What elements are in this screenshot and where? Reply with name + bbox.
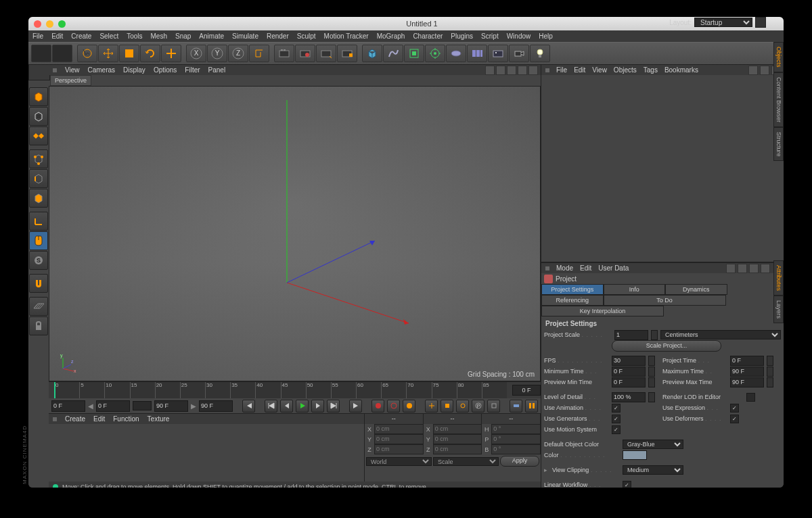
spinner-icon[interactable]	[648, 356, 655, 366]
tab-project-settings[interactable]: Project Settings	[541, 284, 604, 295]
mat-menu-texture[interactable]: Texture	[148, 415, 170, 423]
workplane-tool[interactable]	[29, 297, 48, 316]
attr-new-icon[interactable]	[761, 264, 770, 273]
project-scale-field[interactable]	[614, 330, 648, 340]
render-region-button[interactable]	[295, 45, 315, 62]
spinner-icon[interactable]	[648, 367, 655, 377]
light-object[interactable]	[530, 45, 550, 62]
menu-create[interactable]: Create	[71, 32, 91, 40]
viewport-nav-3-icon[interactable]	[507, 66, 516, 75]
attr-menu-mode[interactable]: Mode	[556, 264, 573, 272]
magnet-tool[interactable]	[29, 274, 48, 293]
render-view-button[interactable]	[274, 45, 294, 62]
timeline-playhead[interactable]	[54, 382, 55, 398]
object-tree[interactable]	[541, 75, 784, 262]
environment[interactable]	[488, 45, 508, 62]
z-axis-lock[interactable]: Z	[228, 45, 248, 62]
view-menu-view[interactable]: View	[65, 66, 80, 74]
param-key-button[interactable]: P	[472, 400, 484, 413]
coord-world-select[interactable]: World	[366, 457, 432, 466]
project-scale-unit[interactable]: Centimeters	[660, 330, 781, 339]
render-lod-check[interactable]	[746, 393, 755, 402]
mat-menu-create[interactable]: Create	[65, 415, 85, 423]
range-end-field[interactable]	[154, 400, 188, 412]
texture-tool[interactable]	[29, 126, 48, 145]
tab-dynamics[interactable]: Dynamics	[665, 284, 727, 295]
menu-motion-tracker[interactable]: Motion Tracker	[324, 32, 369, 40]
camera-object[interactable]	[509, 45, 529, 62]
range-start2-field[interactable]	[96, 400, 130, 412]
axis-tool[interactable]	[29, 212, 48, 231]
coord-rot-field[interactable]: 0 °	[491, 434, 541, 444]
model-tool[interactable]	[29, 107, 48, 126]
tab-info[interactable]: Info	[604, 284, 666, 295]
grip-icon[interactable]	[545, 68, 549, 72]
next-frame-button[interactable]	[311, 400, 324, 413]
deformer[interactable]	[467, 45, 487, 62]
pla-key-button[interactable]	[487, 400, 500, 413]
scale-project-button[interactable]: Scale Project...	[612, 340, 721, 352]
coord-pos-field[interactable]: 0 cm	[374, 434, 424, 444]
spinner-icon[interactable]	[648, 392, 655, 402]
attr-nav-icon[interactable]	[726, 264, 736, 273]
view-menu-panel[interactable]: Panel	[208, 66, 226, 74]
timeline-ruler[interactable]: 051015202530354045505560657075808590 0 F	[49, 381, 541, 398]
menu-tools[interactable]: Tools	[127, 32, 142, 40]
lod-field[interactable]	[612, 392, 646, 402]
menu-animate[interactable]: Animate	[199, 32, 224, 40]
menu-snap[interactable]: Snap	[175, 32, 191, 40]
prev-min-field[interactable]	[612, 377, 646, 387]
grip-icon[interactable]	[53, 417, 57, 421]
mat-menu-edit[interactable]: Edit	[93, 415, 105, 423]
spinner-icon[interactable]	[648, 377, 655, 387]
cube-primitive[interactable]	[362, 45, 382, 62]
side-tab-structure[interactable]: Structure	[773, 127, 784, 162]
extrude-generator[interactable]	[425, 45, 445, 62]
view-clip-select[interactable]: Medium	[623, 465, 683, 475]
record-button[interactable]	[371, 400, 384, 413]
obj-menu-file[interactable]: File	[556, 66, 567, 74]
disclosure-icon[interactable]: ▸	[544, 467, 549, 473]
lin-wf-check[interactable]: ✓	[623, 481, 631, 488]
spinner-icon[interactable]	[767, 377, 773, 387]
undo-button[interactable]	[31, 45, 51, 62]
y-axis-lock[interactable]: Y	[207, 45, 227, 62]
tab-todo[interactable]: To Do	[604, 295, 726, 306]
polygon-tool[interactable]	[29, 189, 48, 208]
viewport-tab[interactable]: Perspective	[50, 75, 91, 86]
def-color-select[interactable]: Gray-Blue	[623, 440, 683, 449]
menu-help[interactable]: Help	[539, 32, 553, 40]
spline-primitive[interactable]	[383, 45, 403, 62]
tab-key-interp[interactable]: Key Interpolation	[541, 306, 664, 316]
menu-character[interactable]: Character	[413, 32, 443, 40]
side-tab-objects[interactable]: Objects	[773, 42, 784, 72]
attr-lock-icon[interactable]	[738, 264, 747, 273]
move-tool[interactable]	[98, 45, 118, 62]
obj-menu-objects[interactable]: Objects	[614, 66, 637, 74]
viewport-nav-1-icon[interactable]	[485, 66, 495, 75]
coord-size-field[interactable]: 0 cm	[433, 424, 482, 434]
live-select-tool[interactable]	[77, 45, 97, 62]
minimize-icon[interactable]	[46, 20, 53, 28]
use-gen-check[interactable]: ✓	[612, 415, 621, 423]
menu-sculpt[interactable]: Sculpt	[297, 32, 316, 40]
play-button[interactable]	[296, 400, 309, 413]
render-queue-button[interactable]	[337, 45, 357, 62]
attr-menu-edit[interactable]: Edit	[580, 264, 591, 272]
menu-plugins[interactable]: Plugins	[451, 32, 473, 40]
menu-mograph[interactable]: MoGraph	[377, 32, 405, 40]
make-editable-tool[interactable]	[29, 87, 48, 106]
menu-script[interactable]: Script	[481, 32, 499, 40]
coord-rot-field[interactable]: 0 °	[491, 444, 541, 454]
rotate-tool[interactable]	[140, 45, 160, 62]
instance-generator[interactable]	[446, 45, 466, 62]
viewport-3d[interactable]: yxz Grid Spacing : 100 cm	[49, 86, 541, 381]
view-menu-cameras[interactable]: Cameras	[88, 66, 116, 74]
zoom-icon[interactable]	[58, 20, 66, 28]
material-list[interactable]	[49, 424, 364, 481]
side-tab-content-browser[interactable]: Content Browser	[773, 72, 784, 127]
mouse-tool[interactable]	[29, 231, 48, 250]
snap-tool[interactable]: S	[29, 251, 48, 270]
side-tab-attributes[interactable]: Attributes	[773, 260, 784, 296]
play-options-button[interactable]	[525, 400, 538, 413]
